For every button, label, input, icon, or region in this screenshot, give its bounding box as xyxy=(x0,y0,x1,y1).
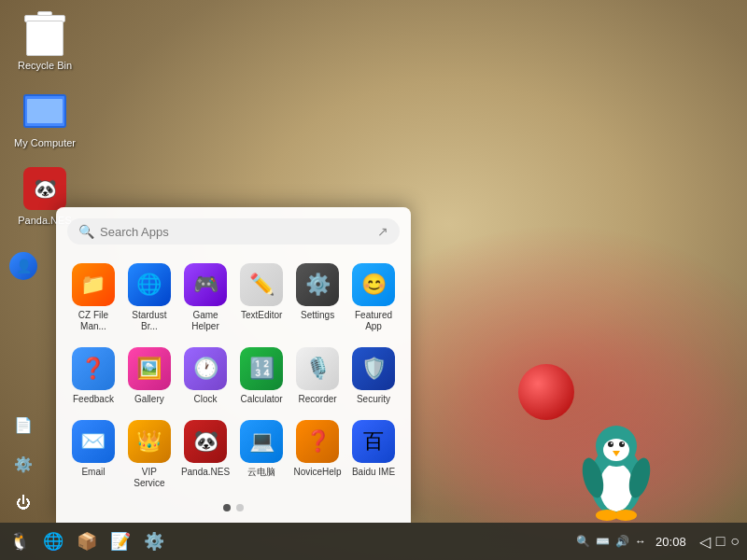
clock-display: 20:08 xyxy=(655,535,686,549)
app-item-novice-help[interactable]: ❓NoviceHelp xyxy=(291,414,344,495)
app-icon-gallery: 🖼️ xyxy=(128,347,171,390)
taskbar-left: 🐧 🌐 📦 📝 ⚙️ xyxy=(0,525,174,557)
app-name-calculator: Calculator xyxy=(241,394,283,405)
nav-circle-btn[interactable]: ○ xyxy=(730,533,740,550)
sidebar-settings[interactable]: ⚙️ xyxy=(7,448,39,480)
app-icon-novice-help: ❓ xyxy=(296,420,339,463)
search-bar: 🔍 ↗ xyxy=(67,218,400,245)
taskbar-editor-btn[interactable]: 📝 xyxy=(105,525,136,557)
keyboard-icon[interactable]: ⌨️ xyxy=(596,535,610,548)
nav-arrows: ◁ □ ○ xyxy=(699,533,740,551)
app-name-game-helper: Game Helper xyxy=(181,310,230,332)
app-item-security[interactable]: 🛡️Security xyxy=(347,342,400,411)
app-item-feedback[interactable]: ❓Feedback xyxy=(67,342,120,411)
nav-square-btn[interactable]: □ xyxy=(716,533,726,550)
sidebar-power[interactable]: ⏻ xyxy=(7,487,39,519)
app-icon-game-helper: 🎮 xyxy=(184,263,227,306)
app-item-panda-nes-app[interactable]: 🐼Panda.NES xyxy=(179,414,232,495)
app-item-email[interactable]: ✉️Email xyxy=(67,414,120,495)
files-side-icon: 📄 xyxy=(14,416,33,434)
taskbar-start-btn[interactable]: 🐧 xyxy=(4,525,35,557)
app-item-gallery[interactable]: 🖼️Gallery xyxy=(123,342,176,411)
app-name-panda-nes-app: Panda.NES xyxy=(181,467,230,478)
app-name-yun-pc: 云电脑 xyxy=(247,467,275,478)
files-icon: 📦 xyxy=(77,531,97,552)
app-name-gallery: Gallery xyxy=(134,394,164,405)
app-icon-calculator: 🔢 xyxy=(240,347,283,390)
pagination-dot-1[interactable] xyxy=(223,504,231,511)
power-side-icon: ⏻ xyxy=(16,495,31,511)
app-icon-stardust-browser: 🌐 xyxy=(128,263,171,306)
app-item-settings[interactable]: ⚙️Settings xyxy=(291,258,344,338)
app-item-clock[interactable]: 🕐Clock xyxy=(179,342,232,411)
search-taskbar-icon[interactable]: 🔍 xyxy=(576,535,590,548)
app-icon-featured-app: 😊 xyxy=(352,263,395,306)
app-name-vip-service: VIP Service xyxy=(125,467,174,489)
editor-icon: 📝 xyxy=(110,531,131,552)
svg-point-3 xyxy=(603,439,629,461)
taskbar-right: 🔍 ⌨️ 🔊 ↔️ 20:08 ◁ □ ○ xyxy=(569,533,747,551)
left-sidebar: 👤 📄 ⚙️ ⏻ xyxy=(0,0,47,523)
pagination xyxy=(67,504,400,511)
search-input[interactable] xyxy=(100,225,377,239)
app-item-baidu-ime[interactable]: 百Baidu IME xyxy=(347,414,400,495)
search-icon: 🔍 xyxy=(78,224,94,239)
app-name-cz-file-manager: CZ File Man... xyxy=(69,310,118,332)
svg-point-5 xyxy=(619,441,625,447)
app-icon-feedback: ❓ xyxy=(72,347,115,390)
penguin-decoration xyxy=(579,411,654,523)
pagination-dot-2[interactable] xyxy=(236,504,244,511)
app-item-recorder[interactable]: 🎙️Recorder xyxy=(291,342,344,411)
app-icon-cz-file-manager: 📁 xyxy=(72,263,115,306)
app-name-security: Security xyxy=(357,394,390,405)
svg-point-1 xyxy=(599,463,633,511)
app-item-vip-service[interactable]: 👑VIP Service xyxy=(123,414,176,495)
volume-icon[interactable]: 🔊 xyxy=(615,535,629,548)
app-name-stardust-browser: Stardust Br... xyxy=(125,310,174,332)
apps-grid: 📁CZ File Man...🌐Stardust Br...🎮Game Help… xyxy=(67,258,400,495)
network-icon[interactable]: ↔️ xyxy=(635,535,646,548)
app-icon-recorder: 🎙️ xyxy=(296,347,339,390)
settings-taskbar-icon: ⚙️ xyxy=(144,531,164,552)
browser-icon: 🌐 xyxy=(43,531,63,552)
app-name-baidu-ime: Baidu IME xyxy=(352,467,395,478)
avatar: 👤 xyxy=(9,252,37,280)
app-icon-text-editor: ✏️ xyxy=(240,263,283,306)
app-item-text-editor[interactable]: ✏️TextEditor xyxy=(235,258,288,338)
app-icon-email: ✉️ xyxy=(72,420,115,463)
app-item-featured-app[interactable]: 😊Featured App xyxy=(347,258,400,338)
app-item-stardust-browser[interactable]: 🌐Stardust Br... xyxy=(123,258,176,338)
app-item-calculator[interactable]: 🔢Calculator xyxy=(235,342,288,411)
app-name-novice-help: NoviceHelp xyxy=(294,467,342,478)
app-icon-settings: ⚙️ xyxy=(296,263,339,306)
desktop: Recycle Bin My Computer 🐼 Panda.NES 👤 📄 xyxy=(0,0,747,560)
app-launcher: 🔍 ↗ 📁CZ File Man...🌐Stardust Br...🎮Game … xyxy=(56,207,411,523)
taskbar: 🐧 🌐 📦 📝 ⚙️ 🔍 ⌨️ 🔊 ↔️ 20:08 ◁ □ xyxy=(0,523,747,560)
taskbar-browser-btn[interactable]: 🌐 xyxy=(37,525,69,557)
svg-point-6 xyxy=(611,442,613,444)
red-ball-decoration xyxy=(518,364,574,420)
app-icon-panda-nes-app: 🐼 xyxy=(184,420,227,463)
app-icon-clock: 🕐 xyxy=(184,347,227,390)
expand-icon[interactable]: ↗ xyxy=(377,224,388,239)
app-name-email: Email xyxy=(81,467,105,478)
svg-point-12 xyxy=(614,510,637,521)
app-name-featured-app: Featured App xyxy=(349,310,398,332)
sidebar-files[interactable]: 📄 xyxy=(7,409,39,441)
svg-point-7 xyxy=(622,442,624,444)
nav-back-btn[interactable]: ◁ xyxy=(699,533,711,551)
app-item-cz-file-manager[interactable]: 📁CZ File Man... xyxy=(67,258,120,338)
start-icon: 🐧 xyxy=(9,531,30,552)
app-item-game-helper[interactable]: 🎮Game Helper xyxy=(179,258,232,338)
app-icon-security: 🛡️ xyxy=(352,347,395,390)
app-name-feedback: Feedback xyxy=(73,394,114,405)
app-name-settings: Settings xyxy=(301,310,334,321)
app-icon-baidu-ime: 百 xyxy=(352,420,395,463)
app-item-yun-pc[interactable]: 💻云电脑 xyxy=(235,414,288,495)
sidebar-user-avatar[interactable]: 👤 xyxy=(7,250,39,282)
svg-point-4 xyxy=(608,441,613,447)
app-icon-vip-service: 👑 xyxy=(128,420,171,463)
settings-side-icon: ⚙️ xyxy=(14,455,33,473)
taskbar-files-btn[interactable]: 📦 xyxy=(71,525,103,557)
taskbar-settings-btn[interactable]: ⚙️ xyxy=(138,525,170,557)
